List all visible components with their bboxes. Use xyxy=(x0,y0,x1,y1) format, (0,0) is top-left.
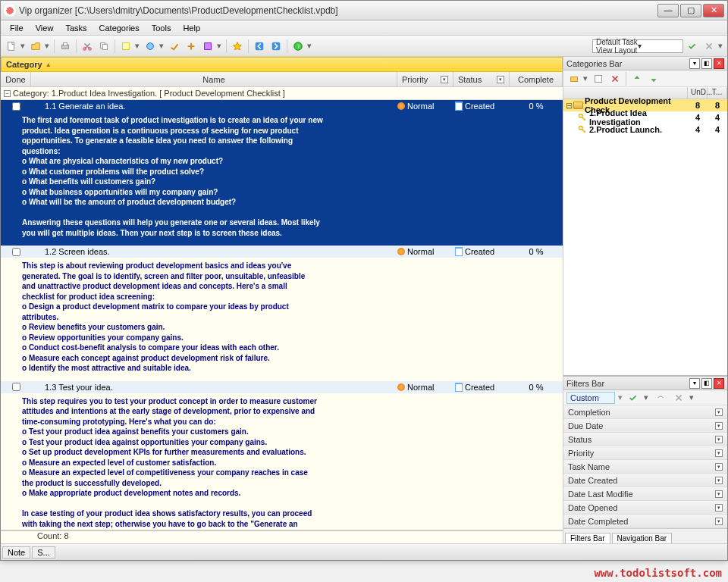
categories-bar-header[interactable]: Categories Bar ▾ ◧ ✕ xyxy=(563,57,727,70)
filter-dropdown-icon[interactable]: ▾ xyxy=(441,76,448,83)
tool5-dropdown[interactable]: ▾ xyxy=(217,41,223,51)
category-header[interactable]: Category ▲ xyxy=(1,57,563,72)
col-status[interactable]: Status▾ xyxy=(453,72,510,86)
task-row[interactable]: 1.3 Test your idea.NormalCreated0 % xyxy=(1,381,563,393)
tool1-button[interactable] xyxy=(118,39,133,54)
menu-view[interactable]: View xyxy=(30,22,60,34)
done-checkbox[interactable] xyxy=(12,383,20,391)
tool-green-dropdown[interactable]: ▾ xyxy=(307,41,313,51)
tree-col-total[interactable]: T... xyxy=(708,87,727,99)
col-priority[interactable]: Priority▾ xyxy=(397,72,453,86)
layout-tool2-dropdown[interactable]: ▾ xyxy=(718,41,724,51)
cat-tool4[interactable] xyxy=(629,71,645,86)
titlebar[interactable]: Vip organizer [C:\Users\dmitry\Documents… xyxy=(1,1,727,20)
tool-green-button[interactable] xyxy=(290,39,306,54)
filter-tool2[interactable] xyxy=(653,390,668,405)
filter-tool3-drop[interactable]: ▾ xyxy=(689,393,695,402)
cat-tool2[interactable] xyxy=(591,71,606,86)
menu-categories[interactable]: Categories xyxy=(93,22,146,34)
tree-col-undone[interactable]: UnD... xyxy=(688,87,708,99)
tree-child[interactable]: 2.Product Launch. 4 4 xyxy=(563,124,727,136)
grid-body[interactable]: − Category: 1.Product Idea Investigation… xyxy=(1,87,563,530)
group-row[interactable]: − Category: 1.Product Idea Investigation… xyxy=(1,87,563,100)
layout-selector[interactable]: Default Task View Layout ▾ xyxy=(592,39,683,53)
tool1-dropdown[interactable]: ▾ xyxy=(135,41,141,51)
filter-row[interactable]: Priority▾ xyxy=(563,446,727,460)
tab-navigation-bar[interactable]: Navigation Bar xyxy=(612,533,673,543)
filter-row[interactable]: Task Name▾ xyxy=(563,460,727,474)
panel-menu-button[interactable]: ▾ xyxy=(689,58,700,69)
layout-tool2[interactable] xyxy=(701,39,717,54)
filter-dropdown-icon[interactable]: ▾ xyxy=(715,408,723,416)
filter-row[interactable]: Due Date▾ xyxy=(563,419,727,433)
tree-child[interactable]: 1.Product Idea Investigation 4 4 xyxy=(563,111,727,124)
status-s-button[interactable]: S... xyxy=(32,546,55,559)
filter-dropdown-icon[interactable]: ▾ xyxy=(715,463,723,471)
panel-pin-button[interactable]: ◧ xyxy=(701,378,712,389)
panel-menu-button[interactable]: ▾ xyxy=(689,378,700,389)
filter-dropdown-icon[interactable]: ▾ xyxy=(715,518,723,525)
filter-dropdown-icon[interactable]: ▾ xyxy=(715,490,723,498)
new-dropdown[interactable]: ▾ xyxy=(20,41,27,51)
filter-tool1[interactable] xyxy=(626,390,641,405)
panel-close-button[interactable]: ✕ xyxy=(714,378,724,389)
filter-dropdown-icon[interactable]: ▾ xyxy=(715,422,723,430)
filter-row[interactable]: Status▾ xyxy=(563,433,727,446)
tool5-button[interactable] xyxy=(200,39,215,54)
filter-dropdown-icon[interactable]: ▾ xyxy=(715,504,723,512)
expand-icon[interactable]: ⊟ xyxy=(565,101,573,111)
filter-row[interactable]: Date Created▾ xyxy=(563,474,727,487)
filter-row[interactable]: Date Opened▾ xyxy=(563,501,727,515)
filter-dropdown-icon[interactable]: ▾ xyxy=(715,477,723,484)
cat-tool5[interactable] xyxy=(646,71,661,86)
status-note-button[interactable]: Note xyxy=(2,546,30,559)
col-done[interactable]: Done xyxy=(1,72,31,86)
task-row[interactable]: 1.2 Screen ideas.NormalCreated0 % xyxy=(1,246,563,258)
done-checkbox[interactable] xyxy=(12,102,20,111)
open-dropdown[interactable]: ▾ xyxy=(45,41,51,51)
menu-help[interactable]: Help xyxy=(177,22,206,34)
nav-next-button[interactable] xyxy=(268,39,284,54)
chevron-down-icon[interactable]: ▾ xyxy=(618,393,623,402)
print-button[interactable] xyxy=(58,39,73,54)
filter-dropdown-icon[interactable]: ▾ xyxy=(715,449,723,457)
filter-tool1-drop[interactable]: ▾ xyxy=(644,393,650,402)
new-button[interactable] xyxy=(4,39,19,54)
layout-tool1[interactable] xyxy=(685,39,700,54)
open-button[interactable] xyxy=(28,39,43,54)
filter-dropdown-icon[interactable]: ▾ xyxy=(715,436,723,443)
menu-file[interactable]: File xyxy=(4,22,30,34)
done-checkbox[interactable] xyxy=(12,248,20,256)
col-name[interactable]: Name xyxy=(31,72,397,86)
filter-row[interactable]: Completion▾ xyxy=(563,405,727,419)
col-complete[interactable]: Complete xyxy=(510,72,563,86)
custom-filter-select[interactable]: Custom xyxy=(566,392,615,404)
cat-tool1-drop[interactable]: ▾ xyxy=(583,74,589,83)
tool2-dropdown[interactable]: ▾ xyxy=(159,41,165,51)
filter-row[interactable]: Date Completed▾ xyxy=(563,515,727,528)
cat-tool1[interactable] xyxy=(566,71,582,86)
copy-button[interactable] xyxy=(96,39,111,54)
close-button[interactable]: ✕ xyxy=(703,4,724,17)
menu-tools[interactable]: Tools xyxy=(146,22,177,34)
tool2-button[interactable] xyxy=(143,39,158,54)
tab-filters-bar[interactable]: Filters Bar xyxy=(565,533,610,543)
tool4-button[interactable] xyxy=(184,39,199,54)
tool6-button[interactable] xyxy=(230,39,245,54)
filter-dropdown-icon[interactable]: ▾ xyxy=(497,76,504,83)
cat-tool3[interactable] xyxy=(607,71,623,86)
cut-button[interactable] xyxy=(80,39,95,54)
panel-close-button[interactable]: ✕ xyxy=(714,58,724,69)
nav-prev-button[interactable] xyxy=(252,39,267,54)
categories-tree[interactable]: UnD... T... ⊟ Product Development Check … xyxy=(563,87,727,375)
minimize-button[interactable]: — xyxy=(657,4,679,17)
filter-row[interactable]: Date Last Modifie▾ xyxy=(563,487,727,501)
filter-tool3[interactable] xyxy=(671,390,686,405)
panel-pin-button[interactable]: ◧ xyxy=(701,58,712,69)
maximize-button[interactable]: ▢ xyxy=(680,4,701,17)
tool3-button[interactable] xyxy=(167,39,182,54)
task-row[interactable]: 1.1 Generate an idea.NormalCreated0 % xyxy=(1,100,563,112)
menu-tasks[interactable]: Tasks xyxy=(59,22,93,34)
collapse-icon[interactable]: − xyxy=(4,90,11,97)
filters-bar-header[interactable]: Filters Bar ▾ ◧ ✕ xyxy=(563,377,727,390)
